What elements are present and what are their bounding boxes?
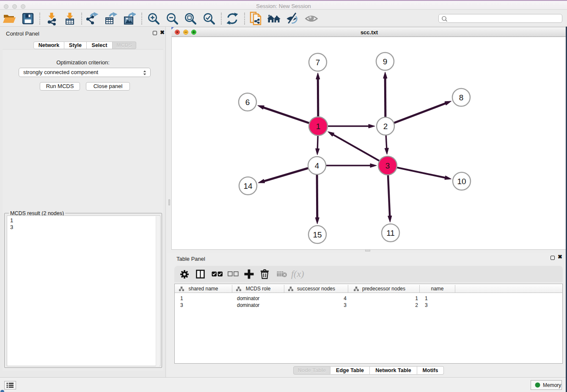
svg-text:1: 1: [316, 122, 321, 131]
svg-text:8: 8: [459, 93, 464, 102]
svg-text:9: 9: [383, 57, 388, 66]
svg-text:11: 11: [386, 229, 395, 237]
svg-text:14: 14: [243, 182, 253, 190]
svg-text:6: 6: [245, 98, 250, 107]
svg-text:3: 3: [385, 161, 390, 170]
svg-text:4: 4: [315, 161, 319, 170]
svg-text:10: 10: [457, 177, 466, 186]
svg-text:2: 2: [383, 122, 388, 131]
svg-text:15: 15: [313, 230, 322, 239]
svg-text:7: 7: [316, 58, 320, 67]
